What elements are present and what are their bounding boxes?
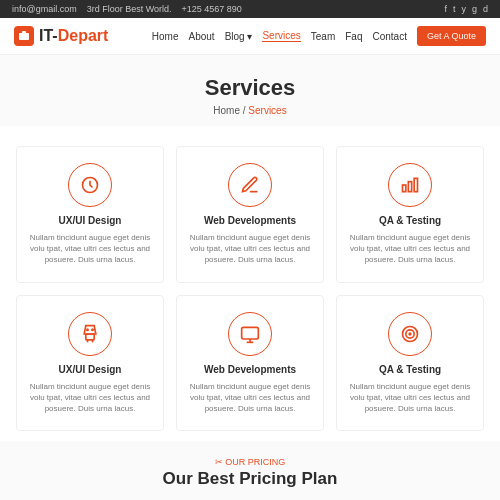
android-icon: [68, 312, 112, 356]
svg-rect-5: [414, 178, 417, 191]
svg-point-9: [87, 329, 88, 330]
google-icon[interactable]: g: [472, 4, 477, 14]
top-bar-right: f t y g d: [444, 4, 488, 14]
youtube-icon[interactable]: y: [461, 4, 466, 14]
service-card-qa-1: QA & Testing Nullam tincidunt augue eget…: [336, 146, 484, 283]
logo-icon: [14, 26, 34, 46]
service-title-2: Web Developments: [187, 215, 313, 226]
nav-team[interactable]: Team: [311, 31, 335, 42]
breadcrumb: Home / Services: [0, 105, 500, 116]
service-card-uxui-1: UX/UI Design Nullam tincidunt augue eget…: [16, 146, 164, 283]
pricing-section: ✂ OUR PRICING Our Best Pricing Plan BASI…: [0, 441, 500, 500]
address-info: 3rd Floor Best World.: [87, 4, 172, 14]
breadcrumb-home: Home: [213, 105, 240, 116]
monitor-icon: [228, 312, 272, 356]
logo: IT-Depart: [14, 26, 108, 46]
services-section: UX/UI Design Nullam tincidunt augue eget…: [0, 126, 500, 441]
service-desc-4: Nullam tincidunt augue eget denis volu t…: [27, 381, 153, 415]
svg-rect-11: [242, 327, 259, 339]
clock-icon: [68, 163, 112, 207]
nav-services[interactable]: Services: [262, 30, 300, 42]
breadcrumb-current: Services: [248, 105, 286, 116]
nav-contact[interactable]: Contact: [372, 31, 406, 42]
navbar: IT-Depart Home About Blog ▾ Services Tea…: [0, 18, 500, 55]
pricing-label: ✂ OUR PRICING: [16, 457, 484, 467]
svg-rect-6: [86, 334, 94, 340]
dribbble-icon[interactable]: d: [483, 4, 488, 14]
svg-rect-1: [22, 31, 26, 34]
hero-section: Services Home / Services: [0, 55, 500, 126]
service-title-4: UX/UI Design: [27, 364, 153, 375]
phone-info: +125 4567 890: [182, 4, 242, 14]
service-desc-1: Nullam tincidunt augue eget denis volu t…: [27, 232, 153, 266]
service-card-qa-2: QA & Testing Nullam tincidunt augue eget…: [336, 295, 484, 432]
svg-point-16: [409, 333, 411, 335]
service-card-webdev-1: Web Developments Nullam tincidunt augue …: [176, 146, 324, 283]
nav-home[interactable]: Home: [152, 31, 179, 42]
service-title-6: QA & Testing: [347, 364, 473, 375]
svg-rect-3: [403, 185, 406, 192]
chart-icon: [388, 163, 432, 207]
service-title-5: Web Developments: [187, 364, 313, 375]
svg-rect-0: [19, 33, 29, 40]
brand-name: Depart: [58, 27, 109, 45]
service-desc-3: Nullam tincidunt augue eget denis volu t…: [347, 232, 473, 266]
service-card-webdev-2: Web Developments Nullam tincidunt augue …: [176, 295, 324, 432]
top-bar-left: info@gmail.com 3rd Floor Best World. +12…: [12, 4, 242, 14]
service-title-3: QA & Testing: [347, 215, 473, 226]
pencil-icon: [228, 163, 272, 207]
twitter-icon[interactable]: t: [453, 4, 456, 14]
email-info: info@gmail.com: [12, 4, 77, 14]
get-quote-button[interactable]: Get A Quote: [417, 26, 486, 46]
pricing-title: Our Best Pricing Plan: [16, 469, 484, 489]
nav-about[interactable]: About: [189, 31, 215, 42]
service-desc-6: Nullam tincidunt augue eget denis volu t…: [347, 381, 473, 415]
service-desc-2: Nullam tincidunt augue eget denis volu t…: [187, 232, 313, 266]
svg-rect-4: [408, 182, 411, 192]
nav-faq[interactable]: Faq: [345, 31, 362, 42]
page-title: Services: [0, 75, 500, 101]
target-icon: [388, 312, 432, 356]
logo-svg: [18, 30, 30, 42]
svg-point-10: [92, 329, 93, 330]
service-card-uxui-2: UX/UI Design Nullam tincidunt augue eget…: [16, 295, 164, 432]
nav-blog[interactable]: Blog ▾: [225, 31, 253, 42]
service-desc-5: Nullam tincidunt augue eget denis volu t…: [187, 381, 313, 415]
service-title-1: UX/UI Design: [27, 215, 153, 226]
services-grid-row1: UX/UI Design Nullam tincidunt augue eget…: [16, 146, 484, 431]
nav-links: Home About Blog ▾ Services Team Faq Cont…: [152, 26, 486, 46]
top-bar: info@gmail.com 3rd Floor Best World. +12…: [0, 0, 500, 18]
facebook-icon[interactable]: f: [444, 4, 447, 14]
